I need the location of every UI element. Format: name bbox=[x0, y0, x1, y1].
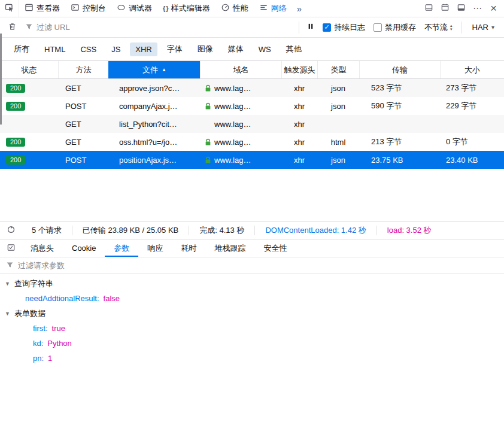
file-cell: approve.json?c… bbox=[108, 84, 200, 93]
file-cell: list_Python?cit… bbox=[108, 120, 200, 129]
request-filter-bar: 所有 HTML CSS JS XHR 字体 图像 媒体 WS 其他 bbox=[0, 38, 504, 61]
tab-label: 样式编辑器 bbox=[171, 3, 210, 14]
transferred-cell: 590 字节 bbox=[359, 101, 440, 111]
persist-logs-checkbox[interactable] bbox=[323, 23, 331, 32]
more-tools-button[interactable]: ⋯ bbox=[469, 0, 485, 17]
tab-timings[interactable]: 耗时 bbox=[172, 239, 205, 257]
request-row[interactable]: GET list_Python?cit… www.lag… xhr bbox=[0, 115, 504, 133]
throttling-select[interactable]: 不节流 ▴▾ bbox=[420, 22, 457, 33]
size-cell: 0 字节 bbox=[440, 136, 504, 147]
column-header-domain[interactable]: 域名 bbox=[200, 61, 281, 78]
details-pane-toggle-button[interactable] bbox=[0, 239, 22, 257]
type-cell: json bbox=[317, 84, 359, 93]
param-value: 1 bbox=[48, 354, 52, 363]
twisty-down-icon: ▼ bbox=[5, 311, 10, 317]
page-scrollbar-thumb[interactable] bbox=[0, 34, 2, 125]
chevron-down-icon: ▾ bbox=[491, 24, 494, 31]
param-row: needAddtionalResult false bbox=[0, 291, 504, 306]
method-cell: GET bbox=[58, 138, 108, 147]
meatball-menu-icon: ⋯ bbox=[473, 3, 482, 14]
clear-requests-button[interactable] bbox=[4, 22, 20, 33]
param-value: false bbox=[104, 294, 120, 303]
param-name: needAddtionalResult bbox=[25, 294, 99, 303]
tab-response[interactable]: 响应 bbox=[138, 239, 172, 257]
domain-cell: www.lag… bbox=[200, 102, 281, 111]
column-header-transferred[interactable]: 传输 bbox=[359, 61, 440, 78]
transferred-cell: 523 字节 bbox=[359, 83, 440, 93]
domcontentloaded-time: DOMContentLoaded: 1.42 秒 bbox=[255, 225, 376, 236]
tab-performance[interactable]: 性能 bbox=[215, 0, 254, 17]
filter-media[interactable]: 媒体 bbox=[223, 41, 249, 57]
transferred-cell: 213 字节 bbox=[359, 136, 440, 147]
pause-recording-button[interactable] bbox=[303, 23, 318, 32]
tabs-overflow-button[interactable]: » bbox=[292, 0, 306, 17]
filter-images[interactable]: 图像 bbox=[192, 41, 218, 57]
checkbox-panel-icon bbox=[7, 243, 16, 254]
filter-css[interactable]: CSS bbox=[75, 42, 102, 56]
params-filter-input[interactable] bbox=[18, 261, 498, 270]
filter-xhr[interactable]: XHR bbox=[130, 42, 157, 56]
har-menu-button[interactable]: HAR ▾ bbox=[466, 23, 500, 32]
split-console-button[interactable] bbox=[421, 0, 437, 17]
request-row[interactable]: 200 GET oss.html?u=/jo… www.lag… xhr htm… bbox=[0, 133, 504, 151]
param-row: first true bbox=[0, 321, 504, 336]
tab-debugger[interactable]: 调试器 bbox=[111, 0, 157, 17]
node-picker-button[interactable] bbox=[0, 0, 19, 17]
column-header-status[interactable]: 状态 bbox=[0, 61, 58, 78]
dock-button[interactable] bbox=[453, 0, 469, 17]
type-cell: json bbox=[317, 156, 359, 165]
responsive-mode-button[interactable] bbox=[437, 0, 453, 17]
method-cell: GET bbox=[58, 120, 108, 129]
filter-html[interactable]: HTML bbox=[39, 42, 71, 56]
param-row: pn 1 bbox=[0, 351, 504, 366]
column-header-size[interactable]: 大小 bbox=[440, 61, 504, 78]
status-cell: 200 bbox=[0, 102, 58, 111]
form-data-section-header[interactable]: ▼ 表单数据 bbox=[0, 306, 504, 321]
tab-network[interactable]: 网络 bbox=[254, 0, 292, 17]
section-title: 查询字符串 bbox=[14, 278, 53, 289]
query-string-section-header[interactable]: ▼ 查询字符串 bbox=[0, 276, 504, 291]
column-header-method[interactable]: 方法 bbox=[58, 61, 108, 78]
file-cell: companyAjax.j… bbox=[108, 102, 200, 111]
column-header-label: 文件 bbox=[142, 65, 158, 75]
filter-fonts[interactable]: 字体 bbox=[162, 41, 188, 57]
tab-security[interactable]: 安全性 bbox=[254, 239, 296, 257]
column-header-cause[interactable]: 触发源头 bbox=[281, 61, 317, 78]
performance-analysis-button[interactable] bbox=[0, 225, 22, 236]
throttling-value: 不节流 bbox=[424, 22, 448, 33]
tab-cookies[interactable]: Cookie bbox=[63, 239, 105, 257]
disable-cache-label[interactable]: 禁用缓存 bbox=[385, 22, 416, 33]
domain-cell: www.lag… bbox=[200, 156, 281, 165]
tab-style-editor[interactable]: { } 样式编辑器 bbox=[157, 0, 215, 17]
funnel-icon bbox=[25, 23, 33, 32]
request-details-tabbar: 消息头 Cookie 参数 响应 耗时 堆栈跟踪 安全性 bbox=[0, 239, 504, 257]
tab-label: 调试器 bbox=[129, 3, 152, 14]
url-filter-input[interactable] bbox=[37, 23, 290, 32]
size-cell: 273 字节 bbox=[440, 83, 504, 93]
network-icon bbox=[259, 3, 268, 14]
console-icon bbox=[71, 3, 80, 14]
column-header-type[interactable]: 类型 bbox=[317, 61, 359, 78]
tab-params[interactable]: 参数 bbox=[105, 239, 138, 257]
filter-other[interactable]: 其他 bbox=[281, 41, 307, 57]
persist-logs-label[interactable]: 持续日志 bbox=[334, 22, 365, 33]
filter-ws[interactable]: WS bbox=[253, 42, 277, 56]
filter-js[interactable]: JS bbox=[106, 42, 126, 56]
filter-all[interactable]: 所有 bbox=[8, 41, 35, 57]
tab-console[interactable]: 控制台 bbox=[65, 0, 111, 17]
node-picker-icon bbox=[5, 3, 14, 14]
request-row[interactable]: 200 POST companyAjax.j… www.lag… xhr jso… bbox=[0, 97, 504, 115]
tab-stack-trace[interactable]: 堆栈跟踪 bbox=[205, 239, 254, 257]
request-row[interactable]: 200 GET approve.json?c… www.lag… xhr jso… bbox=[0, 79, 504, 97]
lock-icon bbox=[205, 102, 211, 110]
domain-label: www.lag… bbox=[214, 156, 251, 165]
request-row[interactable]: 200 POST positionAjax.js… www.lag… xhr j… bbox=[0, 151, 504, 169]
close-devtools-button[interactable]: × bbox=[485, 0, 502, 17]
tab-inspector[interactable]: 查看器 bbox=[19, 0, 65, 17]
param-value: Python bbox=[47, 339, 71, 348]
disable-cache-checkbox[interactable] bbox=[374, 23, 382, 32]
tab-headers[interactable]: 消息头 bbox=[22, 239, 63, 257]
column-header-file[interactable]: 文件 ▲ bbox=[108, 61, 200, 78]
finish-time: 完成: 4.13 秒 bbox=[189, 225, 254, 236]
toolbar-right-buttons: ⋯ × bbox=[421, 0, 504, 17]
